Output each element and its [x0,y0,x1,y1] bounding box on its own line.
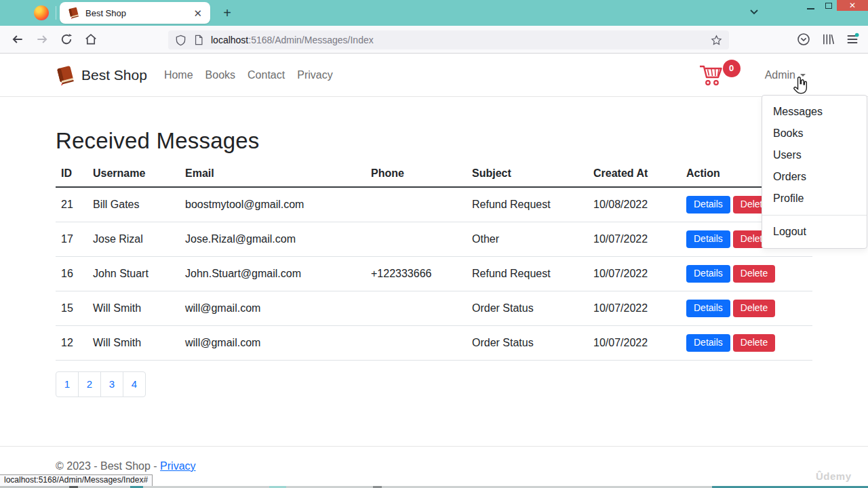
cell-created-at: 10/08/2022 [588,187,681,222]
forward-icon [35,33,49,46]
nav-link-privacy[interactable]: Privacy [291,64,338,87]
cell-username: Will Smith [87,291,180,326]
list-tabs-chevron-icon[interactable] [748,7,760,17]
browser-toolbar: localhost:5168/Admin/Messages/Index [0,26,868,54]
details-button[interactable]: Details [686,265,730,283]
delete-button[interactable]: Delete [733,265,775,283]
cell-email: Jose.Rizal@gmail.com [180,222,366,257]
cell-created-at: 10/07/2022 [588,222,681,257]
nav-link-books[interactable]: Books [199,64,241,87]
details-button[interactable]: Details [686,196,730,214]
cell-username: Jose Rizal [87,222,180,257]
window-minimize-button[interactable] [807,8,814,9]
firefox-logo-icon [34,5,49,20]
url-host: localhost [211,35,248,45]
bookmark-star-icon[interactable] [711,35,722,46]
menu-hamburger-icon[interactable] [846,33,859,46]
footer-privacy-link[interactable]: Privacy [160,460,195,472]
col-header-phone: Phone [366,163,467,187]
nav-link-contact[interactable]: Contact [241,64,291,87]
cell-id: 17 [56,222,87,257]
menu-item-profile[interactable]: Profile [762,188,867,209]
cell-created-at: 10/07/2022 [588,257,681,291]
back-icon[interactable] [11,33,24,46]
cell-username: John Stuart [87,257,180,291]
reload-icon[interactable] [60,33,73,46]
page-info-icon[interactable] [193,35,204,45]
main-container: Received Messages ID Username Email Phon… [0,128,868,397]
col-header-username: Username [87,163,180,187]
col-header-subject: Subject [467,163,588,187]
cell-subject: Other [467,222,588,257]
cell-phone [366,187,467,222]
col-header-email: Email [180,163,366,187]
menu-item-orders[interactable]: Orders [762,166,867,188]
page-link-3[interactable]: 3 [100,371,123,397]
details-button[interactable]: Details [686,230,730,248]
tab-close-icon[interactable]: ✕ [191,8,205,18]
window-maximize-button[interactable] [825,3,832,9]
cell-email: boostmytool@gmail.com [180,187,366,222]
cell-action: DetailsDelete [681,257,812,291]
page-link-1[interactable]: 1 [56,371,79,397]
library-icon[interactable] [821,33,835,46]
cell-subject: Order Status [467,326,588,361]
cell-phone [366,291,467,326]
shield-icon[interactable] [175,35,186,46]
cell-phone [366,222,467,257]
url-path: :5168/Admin/Messages/Index [248,35,373,45]
menu-item-books[interactable]: Books [762,123,867,144]
book-logo-icon [56,65,76,85]
browser-window: Best Shop ✕ + ✕ [0,0,868,488]
pocket-icon[interactable] [797,33,810,46]
cell-action: DetailsDelete [681,291,812,326]
brand-name: Best Shop [81,67,147,83]
page-link-2[interactable]: 2 [78,371,101,397]
cell-subject: Refund Request [467,257,588,291]
window-close-button[interactable]: ✕ [837,0,868,11]
page-title: Received Messages [56,128,812,154]
col-header-created-at: Created At [588,163,681,187]
book-favicon-icon [68,7,80,19]
cell-created-at: 10/07/2022 [588,326,681,361]
browser-tab[interactable]: Best Shop ✕ [60,2,210,24]
details-button[interactable]: Details [686,300,730,317]
cell-username: Will Smith [87,326,180,361]
nav-link-home[interactable]: Home [158,64,199,87]
cart-count-badge: 0 [723,60,741,77]
menu-item-users[interactable]: Users [762,144,867,166]
mouse-hand-cursor [791,76,810,96]
new-tab-button[interactable]: + [218,4,236,22]
menu-item-logout[interactable]: Logout [762,221,867,243]
nav-links: Home Books Contact Privacy [158,64,339,87]
pagination: 1 2 3 4 [56,371,146,397]
cell-username: Bill Gates [87,187,180,222]
page-item: 4 [123,371,146,397]
table-row: 15 Will Smith will@gmail.com Order Statu… [56,291,812,326]
cell-email: John.Stuart@gmail.com [180,257,366,291]
delete-button[interactable]: Delete [733,334,775,352]
cell-phone: +122333666 [366,257,467,291]
details-button[interactable]: Details [686,334,730,352]
cart-button[interactable]: 0 [698,64,741,87]
admin-dropdown-menu: Messages Books Users Orders Profile Logo… [762,95,867,249]
url-bar[interactable]: localhost:5168/Admin/Messages/Index [168,30,729,49]
page-item: 2 [79,371,101,397]
cart-icon [698,64,724,87]
delete-button[interactable]: Delete [733,300,775,317]
tab-separator [56,6,56,20]
url-text: localhost:5168/Admin/Messages/Index [211,35,711,45]
table-row: 16 John Stuart John.Stuart@gmail.com +12… [56,257,812,291]
menu-divider [762,215,867,216]
col-header-id: ID [56,163,87,187]
site-navbar: Best Shop Home Books Contact Privacy 0 [0,54,868,97]
page-content: Best Shop Home Books Contact Privacy 0 [0,54,868,486]
menu-item-messages[interactable]: Messages [762,101,867,123]
home-icon[interactable] [84,33,98,46]
page-link-4[interactable]: 4 [123,371,146,397]
brand[interactable]: Best Shop [56,65,147,85]
cell-id: 15 [56,291,87,326]
table-header-row: ID Username Email Phone Subject Created … [56,163,812,187]
tab-title: Best Shop [85,8,191,18]
nav-right: 0 Admin [698,64,806,87]
